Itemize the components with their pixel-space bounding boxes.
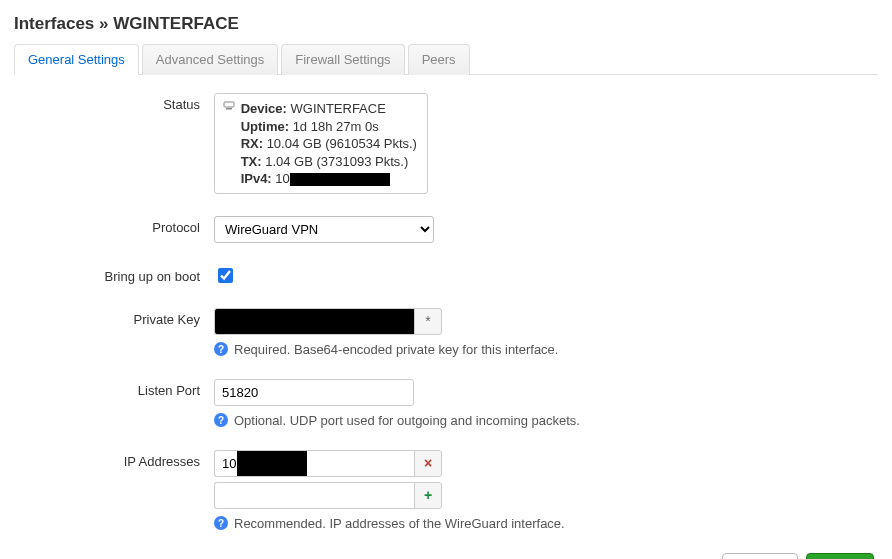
listen-port-help: Optional. UDP port used for outgoing and… [234, 413, 580, 428]
tab-general-settings[interactable]: General Settings [14, 44, 139, 75]
ip-address-input-empty[interactable] [214, 482, 414, 509]
ip-addresses-help: Recommended. IP addresses of the WireGua… [234, 516, 565, 531]
device-icon [223, 100, 237, 116]
tabs: General Settings Advanced Settings Firew… [14, 44, 878, 75]
reveal-key-button[interactable]: * [414, 308, 442, 335]
status-rx-label: RX: [241, 136, 263, 151]
page-title: Interfaces » WGINTERFACE [14, 14, 878, 34]
status-tx-value: 1.04 GB (3731093 Pkts.) [265, 154, 408, 169]
ip-addresses-label: IP Addresses [14, 450, 214, 469]
status-uptime-label: Uptime: [241, 119, 289, 134]
status-device-label: Device: [241, 101, 287, 116]
protocol-label: Protocol [14, 216, 214, 235]
boot-checkbox[interactable] [218, 268, 233, 283]
private-key-help: Required. Base64-encoded private key for… [234, 342, 558, 357]
private-key-input[interactable] [214, 308, 414, 335]
add-ip-button[interactable]: + [414, 482, 442, 509]
status-uptime-value: 1d 18h 27m 0s [293, 119, 379, 134]
help-icon: ? [214, 516, 228, 530]
status-ipv4-value: 10 [275, 171, 289, 186]
svg-rect-1 [226, 108, 232, 110]
status-device-value: WGINTERFACE [291, 101, 386, 116]
private-key-label: Private Key [14, 308, 214, 327]
tab-advanced-settings[interactable]: Advanced Settings [142, 44, 278, 75]
dismiss-button[interactable]: Dismiss [722, 553, 798, 559]
status-label: Status [14, 93, 214, 112]
listen-port-input[interactable] [214, 379, 414, 406]
protocol-select[interactable]: WireGuard VPN [214, 216, 434, 243]
redacted-ipv4 [290, 173, 390, 186]
boot-label: Bring up on boot [14, 265, 214, 284]
status-ipv4-label: IPv4: [241, 171, 272, 186]
tab-firewall-settings[interactable]: Firewall Settings [281, 44, 404, 75]
remove-ip-button[interactable]: × [414, 450, 442, 477]
svg-rect-0 [224, 102, 234, 107]
help-icon: ? [214, 413, 228, 427]
help-icon: ? [214, 342, 228, 356]
status-tx-label: TX: [241, 154, 262, 169]
tab-peers[interactable]: Peers [408, 44, 470, 75]
save-button[interactable]: Save [806, 553, 874, 559]
status-rx-value: 10.04 GB (9610534 Pkts.) [267, 136, 417, 151]
listen-port-label: Listen Port [14, 379, 214, 398]
status-box: Device: WGINTERFACE Uptime: 1d 18h 27m 0… [214, 93, 428, 194]
ip-address-input[interactable] [214, 450, 414, 477]
